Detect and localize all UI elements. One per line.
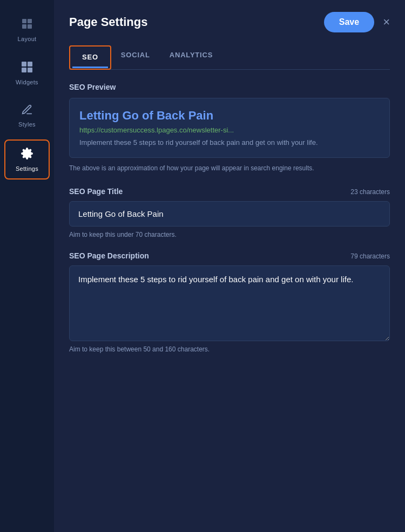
seo-desc-label: SEO Page Description bbox=[69, 251, 149, 260]
seo-title-char-count: 23 characters bbox=[350, 188, 390, 196]
seo-preview-label: SEO Preview bbox=[69, 83, 390, 91]
seo-title-input[interactable] bbox=[69, 201, 390, 227]
seo-desc-field-header: SEO Page Description 79 characters bbox=[69, 251, 390, 260]
seo-title-field-header: SEO Page Title 23 characters bbox=[69, 187, 390, 196]
svg-rect-1 bbox=[28, 19, 32, 23]
tab-analytics[interactable]: ANALYTICS bbox=[160, 45, 222, 70]
settings-icon bbox=[21, 147, 33, 162]
seo-desc-hint: Aim to keep this between 50 and 160 char… bbox=[69, 345, 390, 353]
svg-rect-4 bbox=[22, 62, 26, 66]
close-button[interactable]: × bbox=[383, 16, 390, 28]
page-title: Page Settings bbox=[69, 15, 147, 29]
seo-preview-url: https://customersuccess.lpages.co/newsle… bbox=[79, 126, 380, 134]
svg-rect-6 bbox=[22, 68, 26, 72]
styles-icon bbox=[21, 104, 33, 118]
header-actions: Save × bbox=[324, 12, 390, 32]
sidebar-item-widgets[interactable]: Widgets bbox=[4, 54, 50, 92]
svg-rect-5 bbox=[28, 62, 32, 66]
svg-rect-2 bbox=[22, 24, 26, 29]
sidebar-item-settings[interactable]: Settings bbox=[4, 139, 50, 179]
seo-description-textarea[interactable] bbox=[69, 265, 390, 341]
svg-rect-0 bbox=[22, 19, 26, 23]
seo-tab-wrapper: SEO bbox=[69, 45, 111, 70]
sidebar-item-layout[interactable]: Layout bbox=[4, 11, 50, 49]
sidebar-label-styles: Styles bbox=[18, 121, 36, 128]
seo-preview-description: Implement these 5 steps to rid yourself … bbox=[79, 137, 380, 148]
sidebar-label-settings: Settings bbox=[16, 165, 38, 172]
seo-title-label: SEO Page Title bbox=[69, 187, 123, 196]
seo-desc-char-count: 79 characters bbox=[350, 252, 390, 260]
panel-header: Page Settings Save × bbox=[69, 12, 390, 32]
seo-preview-box: Letting Go of Back Pain https://customer… bbox=[69, 98, 390, 158]
tab-social[interactable]: SOCIAL bbox=[111, 45, 160, 70]
layout-icon bbox=[21, 17, 33, 32]
sidebar-item-styles[interactable]: Styles bbox=[4, 97, 50, 134]
sidebar: Layout Widgets Styles S bbox=[0, 0, 54, 532]
tabs-container: SEO SOCIAL ANALYTICS bbox=[69, 45, 390, 70]
main-panel: Page Settings Save × SEO SOCIAL ANALYTIC… bbox=[54, 0, 405, 532]
seo-preview-title: Letting Go of Back Pain bbox=[79, 108, 380, 124]
tab-seo[interactable]: SEO bbox=[72, 48, 108, 68]
save-button[interactable]: Save bbox=[324, 12, 374, 32]
seo-approximation-note: The above is an approximation of how you… bbox=[69, 163, 390, 173]
sidebar-label-widgets: Widgets bbox=[16, 79, 38, 85]
seo-title-hint: Aim to keep this under 70 characters. bbox=[69, 231, 390, 238]
svg-rect-3 bbox=[28, 24, 32, 29]
sidebar-label-layout: Layout bbox=[18, 36, 37, 42]
svg-rect-7 bbox=[28, 68, 32, 72]
widgets-icon bbox=[21, 61, 33, 76]
